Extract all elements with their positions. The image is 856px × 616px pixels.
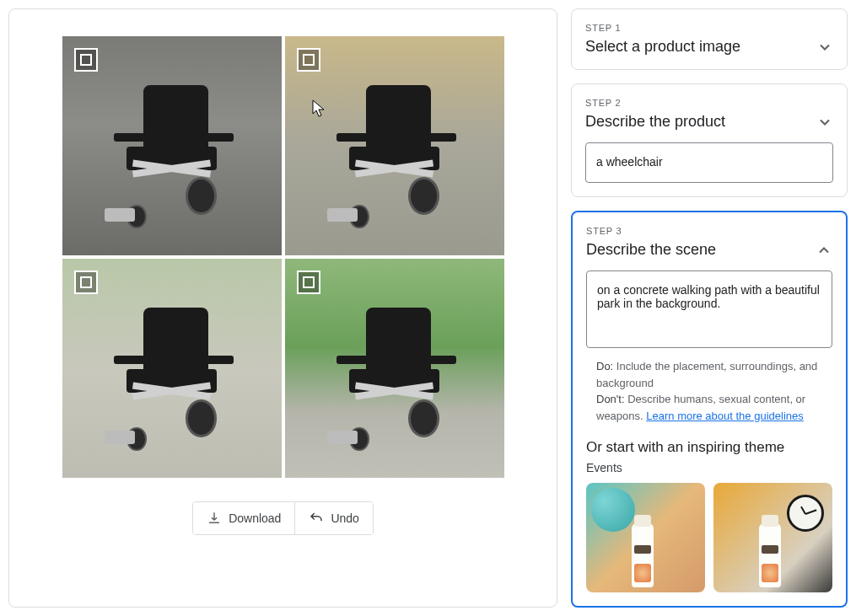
- inspire-category: Events: [586, 461, 832, 474]
- generated-image-grid: [62, 36, 504, 478]
- chevron-down-icon: [816, 114, 833, 131]
- select-image-checkbox[interactable]: [74, 271, 98, 294]
- generated-image-1[interactable]: [62, 36, 282, 255]
- step-2-label: STEP 2: [585, 98, 833, 108]
- step-3-label: STEP 3: [586, 226, 832, 236]
- chevron-up-icon: [816, 242, 832, 259]
- step-1-title: Select a product image: [585, 38, 740, 56]
- undo-button[interactable]: Undo: [294, 502, 372, 534]
- action-bar: Download Undo: [192, 501, 374, 535]
- chevron-down-icon: [816, 39, 833, 56]
- scene-description-input[interactable]: on a concrete walking path with a beauti…: [586, 271, 832, 348]
- guidelines-link[interactable]: Learn more about the guidelines: [646, 410, 803, 422]
- select-image-checkbox[interactable]: [297, 48, 320, 72]
- download-icon: [207, 511, 222, 526]
- step-3-title: Describe the scene: [586, 241, 716, 259]
- step-2-card[interactable]: STEP 2 Describe the product a wheelchair: [571, 83, 848, 197]
- inspire-title: Or start with an inspiring theme: [586, 439, 832, 456]
- undo-icon: [309, 511, 324, 526]
- step-3-card[interactable]: STEP 3 Describe the scene on a concrete …: [571, 211, 848, 608]
- theme-card-2[interactable]: [713, 483, 832, 592]
- download-button[interactable]: Download: [193, 502, 294, 534]
- results-panel: Download Undo: [8, 8, 557, 608]
- theme-card-1[interactable]: [586, 483, 705, 592]
- guidelines-text: Do: Include the placement, surroundings,…: [586, 358, 832, 424]
- generated-image-2[interactable]: [285, 36, 504, 255]
- product-description-input[interactable]: a wheelchair: [585, 142, 833, 183]
- generated-image-4[interactable]: [285, 259, 504, 478]
- step-1-card[interactable]: STEP 1 Select a product image: [571, 8, 848, 70]
- step-1-label: STEP 1: [585, 23, 833, 33]
- select-image-checkbox[interactable]: [297, 271, 320, 294]
- download-label: Download: [229, 512, 281, 525]
- step-2-title: Describe the product: [585, 113, 725, 131]
- select-image-checkbox[interactable]: [74, 48, 98, 72]
- steps-panel: STEP 1 Select a product image STEP 2 Des…: [571, 8, 848, 608]
- generated-image-3[interactable]: [62, 259, 282, 478]
- undo-label: Undo: [331, 512, 358, 525]
